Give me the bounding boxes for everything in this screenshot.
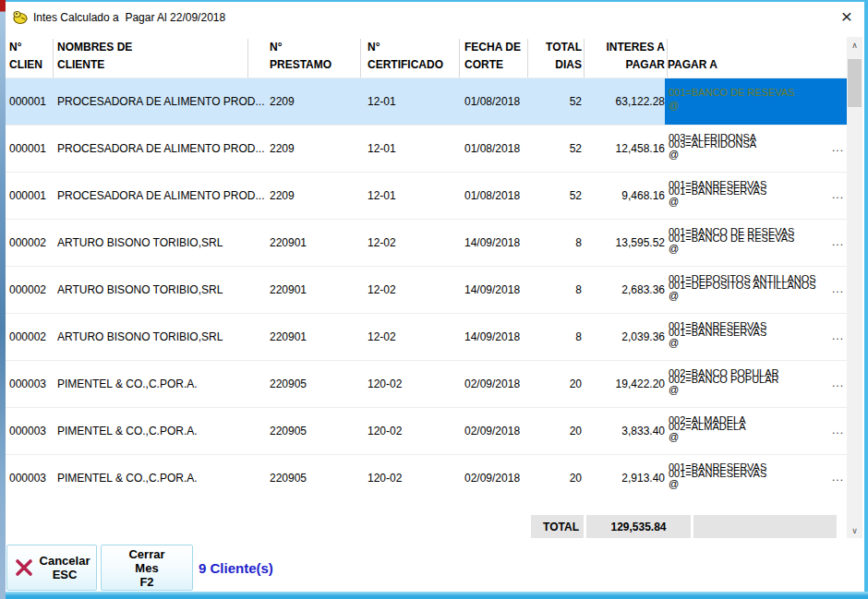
pagar-a-value-ghost: 001=BANRESERVAS xyxy=(669,186,766,197)
window-border-right xyxy=(864,0,868,593)
pagar-a-dropdown-cell[interactable]: 002=BANCO POPULAR 002=BANCO POPULAR @ ..… xyxy=(665,361,847,408)
ellipsis-lookup-button[interactable]: ... xyxy=(832,377,844,389)
cell-nombre: PIMENTEL & CO.,C.POR.A. xyxy=(57,425,266,437)
pagar-a-value-ghost: 001=BANCO DE RESEVAS xyxy=(669,234,794,244)
table-row[interactable]: 000001 PROCESADORA DE ALIMENTO PROD... 2… xyxy=(6,125,847,172)
pagar-a-dropdown-cell[interactable]: 001=BANCO DE RESEVAS 001=BANCO DE RESEVA… xyxy=(665,78,847,126)
cancel-button[interactable]: Cancelar ESC xyxy=(6,545,97,591)
header-separator xyxy=(247,39,248,78)
pagar-a-at-symbol: @ xyxy=(669,150,679,160)
cell-fecha-corte: 02/09/2018 xyxy=(464,377,529,390)
table-row[interactable]: 000002 ARTURO BISONO TORIBIO,SRL 220901 … xyxy=(6,266,847,313)
cell-certificado: 12-02 xyxy=(368,283,454,296)
pagar-a-dropdown-cell[interactable]: 003=ALFRIDONSA 003=ALFRIDONSA @ ... xyxy=(665,126,847,173)
cell-total-dias: 52 xyxy=(521,95,582,108)
cell-clien: 000003 xyxy=(9,472,54,485)
pagar-a-at-symbol: @ xyxy=(669,197,679,207)
title-bar: Intes Calculado a Pagar Al 22/09/2018 × xyxy=(6,2,864,35)
ellipsis-lookup-button[interactable]: ... xyxy=(832,471,844,484)
cell-clien: 000001 xyxy=(9,95,54,108)
table-row[interactable]: 000002 ARTURO BISONO TORIBIO,SRL 220901 … xyxy=(6,313,847,360)
header-separator xyxy=(360,39,361,78)
cell-prestamo: 220905 xyxy=(270,472,355,485)
table-row[interactable]: 000001 PROCESADORA DE ALIMENTO PROD... 2… xyxy=(6,78,847,125)
pagar-a-at-symbol: @ xyxy=(669,479,679,489)
app-money-icon xyxy=(12,9,28,25)
cell-prestamo: 2209 xyxy=(270,142,355,155)
cell-fecha-corte: 14/09/2018 xyxy=(464,236,529,249)
table-row[interactable]: 000003 PIMENTEL & CO.,C.POR.A. 220905 12… xyxy=(6,360,847,407)
scrollbar-thumb[interactable] xyxy=(848,59,862,107)
cell-nombre: PROCESADORA DE ALIMENTO PROD... xyxy=(57,142,266,155)
col-header-prestamo[interactable]: N° PRESTAMO xyxy=(270,39,355,78)
dialog-window: Intes Calculado a Pagar Al 22/09/2018 × … xyxy=(6,2,864,593)
ellipsis-lookup-button[interactable]: ... xyxy=(832,141,844,154)
red-x-icon xyxy=(14,557,34,578)
cell-clien: 000002 xyxy=(9,236,54,249)
col-header-fecha-corte[interactable]: FECHA DE CORTE xyxy=(464,39,529,78)
col-header-total-dias[interactable]: TOTAL DIAS xyxy=(521,39,582,78)
ellipsis-lookup-button[interactable]: ... xyxy=(832,282,844,295)
scroll-up-icon[interactable]: ∧ xyxy=(847,37,862,53)
col-header-pagar-a[interactable]: PAGAR A xyxy=(668,39,843,78)
table-row[interactable]: 000002 ARTURO BISONO TORIBIO,SRL 220901 … xyxy=(6,219,847,266)
cell-clien: 000003 xyxy=(9,377,54,390)
col-header-interes-a-pagar[interactable]: INTERES A PAGAR xyxy=(585,39,665,78)
cell-fecha-corte: 01/08/2018 xyxy=(464,189,529,202)
cell-nombre: ARTURO BISONO TORIBIO,SRL xyxy=(57,330,266,343)
col-header-nombre[interactable]: NOMBRES DE CLIENTE xyxy=(57,39,266,78)
pagar-a-value-ghost: 002=BANCO POPULAR xyxy=(669,375,779,385)
scroll-down-icon[interactable]: ∨ xyxy=(847,522,862,538)
cell-interes-a-pagar: 2,039.36 xyxy=(585,330,665,343)
cell-clien: 000003 xyxy=(9,425,54,437)
close-icon[interactable]: × xyxy=(829,2,864,31)
cell-prestamo: 220905 xyxy=(270,425,355,437)
col-header-certificado[interactable]: N° CERTIFICADO xyxy=(368,39,454,78)
cell-clien: 000002 xyxy=(9,330,54,343)
table-row[interactable]: 000001 PROCESADORA DE ALIMENTO PROD... 2… xyxy=(6,172,847,219)
close-month-button[interactable]: Cerrar Mes F2 xyxy=(101,545,193,591)
table-row[interactable]: 000003 PIMENTEL & CO.,C.POR.A. 220905 12… xyxy=(6,454,847,501)
pagar-a-dropdown-cell[interactable]: 001=DEPOSITOS ANTILLANOS 001=DEPOSITOS A… xyxy=(665,267,847,314)
cell-nombre: ARTURO BISONO TORIBIO,SRL xyxy=(57,236,266,249)
pagar-a-at-symbol: @ xyxy=(669,432,679,442)
pagar-a-at-symbol: @ xyxy=(669,101,679,111)
pagar-a-dropdown-cell[interactable]: 001=BANRESERVAS 001=BANRESERVAS @ ... xyxy=(665,314,847,361)
total-filler-cell xyxy=(693,515,837,538)
ellipsis-lookup-button[interactable]: ... xyxy=(832,188,844,201)
cell-certificado: 12-02 xyxy=(368,330,454,343)
cell-fecha-corte: 01/08/2018 xyxy=(464,95,529,108)
cell-interes-a-pagar: 2,683.36 xyxy=(585,283,665,296)
cell-fecha-corte: 14/09/2018 xyxy=(464,330,529,343)
pagar-a-dropdown-cell[interactable]: 001=BANRESERVAS 001=BANRESERVAS @ ... xyxy=(665,455,847,502)
cell-prestamo: 2209 xyxy=(270,95,355,108)
ellipsis-lookup-button[interactable]: ... xyxy=(832,235,844,248)
cell-nombre: PROCESADORA DE ALIMENTO PROD... xyxy=(57,189,266,202)
pagar-a-dropdown-cell[interactable]: 002=ALMADELA 002=ALMADELA @ ... xyxy=(665,408,847,455)
cell-prestamo: 220901 xyxy=(270,236,355,249)
header-separator xyxy=(527,39,528,78)
clients-count-label: 9 Cliente(s) xyxy=(199,545,273,591)
ellipsis-lookup-button[interactable]: ... xyxy=(832,424,844,437)
vertical-scrollbar[interactable]: ∧ ∨ xyxy=(847,37,862,538)
ellipsis-lookup-button[interactable]: ... xyxy=(832,329,844,342)
table-row[interactable]: 000003 PIMENTEL & CO.,C.POR.A. 220905 12… xyxy=(6,407,847,454)
total-label: TOTAL xyxy=(531,515,584,538)
header-separator xyxy=(584,39,585,78)
cell-total-dias: 20 xyxy=(521,425,582,437)
header-separator xyxy=(53,39,54,78)
col-header-clien[interactable]: N° CLIEN xyxy=(9,39,54,78)
table-body: 000001 PROCESADORA DE ALIMENTO PROD... 2… xyxy=(6,78,847,501)
pagar-a-dropdown-cell[interactable]: 001=BANRESERVAS 001=BANRESERVAS @ ... xyxy=(665,173,847,220)
header-separator xyxy=(667,39,668,78)
pagar-a-value-ghost: 002=ALMADELA xyxy=(669,422,745,432)
cell-interes-a-pagar: 12,458.16 xyxy=(585,142,665,155)
cell-interes-a-pagar: 63,122.28 xyxy=(585,95,665,108)
cell-total-dias: 8 xyxy=(521,330,582,343)
pagar-a-dropdown-cell[interactable]: 001=BANCO DE RESEVAS 001=BANCO DE RESEVA… xyxy=(665,220,847,267)
cell-nombre: PROCESADORA DE ALIMENTO PROD... xyxy=(57,95,266,108)
cell-clien: 000001 xyxy=(9,189,54,202)
pagar-a-value: 001=BANCO DE RESEVAS xyxy=(669,88,794,98)
cell-clien: 000001 xyxy=(9,142,54,155)
cell-total-dias: 8 xyxy=(521,283,582,296)
